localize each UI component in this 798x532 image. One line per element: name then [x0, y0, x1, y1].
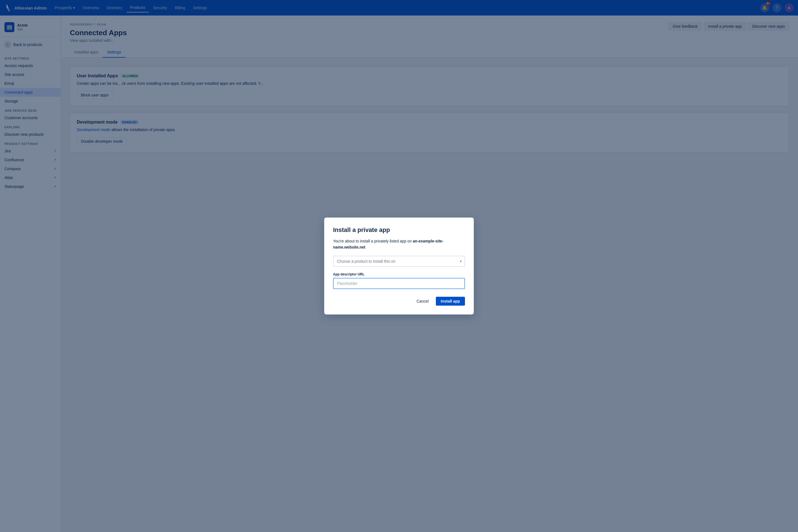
product-select-wrapper: Choose a product to install this on ▾	[333, 256, 465, 267]
app-descriptor-input[interactable]	[333, 278, 465, 289]
product-select[interactable]: Choose a product to install this on	[333, 256, 465, 267]
install-private-app-modal: Install a private app You're about to in…	[324, 217, 474, 315]
app-descriptor-label: App descriptor URL	[333, 272, 465, 276]
install-app-button[interactable]: Install app	[436, 297, 465, 306]
modal-title: Install a private app	[333, 226, 465, 233]
modal-description: You're about to install a privately list…	[333, 238, 465, 250]
cancel-button[interactable]: Cancel	[413, 297, 433, 306]
modal-overlay[interactable]: Install a private app You're about to in…	[0, 0, 798, 532]
modal-actions: Cancel Install app	[333, 297, 465, 306]
